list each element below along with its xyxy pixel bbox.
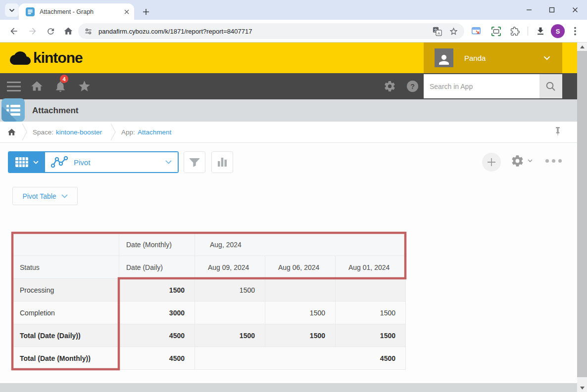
pivot-table: Date (Monthly) Aug, 2024 Status Date (Da… [12,233,406,370]
window-close-button[interactable] [568,5,583,15]
user-avatar [435,48,453,67]
bookmark-star-icon[interactable] [449,27,458,36]
pivot-date-col: Aug 01, 2024 [336,256,406,279]
address-bar[interactable]: pandafirm.cybozu.com/k/1871/report?repor… [78,23,464,39]
pin-icon [554,127,561,137]
side-panel-button[interactable] [470,25,482,37]
pivot-corner-cell [13,233,119,256]
extensions-button[interactable] [509,25,521,37]
back-button[interactable] [8,25,20,37]
reload-button[interactable] [45,25,56,37]
pivot-header-row-monthly: Date (Monthly) Aug, 2024 [13,233,406,256]
filter-button[interactable] [184,151,205,173]
chart-button[interactable] [211,151,233,173]
chart-type-select[interactable]: Pivot Table [12,187,78,205]
main-content: Pivot Pivot Table [0,143,577,383]
translate-icon[interactable]: 文A [433,27,442,36]
nav-favorites-button[interactable] [76,73,92,99]
nav-menu-button[interactable] [6,73,22,99]
app-settings-button[interactable] [511,154,533,168]
tab-title: Attachment - Graph [40,8,124,15]
side-panel-icon [471,26,481,36]
add-record-button[interactable] [482,153,501,172]
kebab-menu-icon [574,27,576,36]
home-button[interactable] [62,25,74,37]
row-total: 4500 [119,347,195,370]
browser-menu-button[interactable] [569,25,581,37]
triangle-up-icon [580,45,585,48]
pivot-month-value: Aug, 2024 [195,233,406,256]
forward-icon [28,26,38,36]
new-tab-button[interactable] [140,5,152,18]
scroll-down-button[interactable] [577,384,587,392]
pivot-header-row-daily: Status Date (Daily) Aug 09, 2024 Aug 06,… [13,256,406,279]
cell-value: 1500 [336,324,406,347]
view-list-button[interactable] [8,151,45,173]
breadcrumb-home-icon[interactable] [7,128,16,137]
screenshot-icon [491,26,501,37]
row-total: 3000 [119,302,195,324]
line-chart-icon [51,156,68,168]
kintone-logo[interactable]: kintone [10,43,83,73]
pin-button[interactable] [551,126,564,138]
gear-icon [511,154,524,168]
hamburger-icon [7,82,21,91]
row-label: Processing [13,279,119,302]
row-total: 1500 [119,279,195,302]
window-maximize-button[interactable] [544,5,559,15]
breadcrumb: Space: kintone-booster App: Attachment [0,122,587,143]
user-menu[interactable]: Panda [424,43,562,73]
chevron-down-icon [165,160,172,164]
tab-close-icon[interactable] [124,9,129,14]
url-text[interactable]: pandafirm.cybozu.com/k/1871/report?repor… [98,28,433,35]
search-input[interactable] [424,74,539,98]
cell-value: 1500 [336,302,406,324]
scrollbar-thumb[interactable] [577,51,587,377]
filter-funnel-icon [188,156,201,169]
pivot-data-row: Processing 1500 1500 [13,279,406,302]
app-icon[interactable] [1,98,25,122]
screenshot-button[interactable] [490,25,502,37]
nav-portal-button[interactable] [29,73,45,99]
view-select[interactable]: Pivot [45,151,179,173]
more-options-button[interactable] [545,159,562,163]
cell-value: 1500 [195,324,265,347]
app-title: Attachment [32,99,79,122]
tab-search-button[interactable] [5,3,19,17]
vertical-scrollbar[interactable] [577,43,587,392]
search-button[interactable] [539,74,562,98]
browser-tab[interactable]: Attachment - Graph [19,3,134,20]
cell-value [195,302,265,324]
pivot-daily-label: Date (Daily) [119,256,195,279]
scroll-up-button[interactable] [577,43,587,51]
chevron-down-icon [33,161,39,164]
breadcrumb-separator-icon [21,123,28,141]
chevron-down-icon [9,8,15,12]
current-view-name: Pivot [74,158,165,167]
window-minimize-button[interactable] [522,5,537,15]
space-label: Space: [33,129,53,136]
triangle-down-icon [580,387,585,390]
browser-profile-avatar[interactable]: S [551,24,565,38]
cell-value: 1500 [265,324,336,347]
nav-help-button[interactable]: ? [405,73,420,99]
profile-initial: S [556,28,560,35]
bar-chart-icon [217,157,228,168]
back-icon [9,26,19,36]
cell-value [265,279,336,302]
pivot-date-col: Aug 06, 2024 [265,256,336,279]
space-link[interactable]: kintone-booster [56,129,102,136]
nav-settings-button[interactable] [382,73,397,99]
app-label: App: [121,129,135,136]
downloads-button[interactable] [535,25,546,37]
close-icon [572,7,578,13]
forward-button[interactable] [27,25,39,37]
search-icon [545,81,557,92]
gear-icon [384,80,396,92]
pivot-data-row: Completion 3000 1500 1500 [13,302,406,324]
kintone-header: kintone Panda [0,43,587,73]
user-name: Panda [464,54,543,62]
site-settings-icon[interactable] [84,27,93,36]
browser-toolbar: pandafirm.cybozu.com/k/1871/report?repor… [0,20,587,43]
app-link[interactable]: Attachment [138,129,171,136]
